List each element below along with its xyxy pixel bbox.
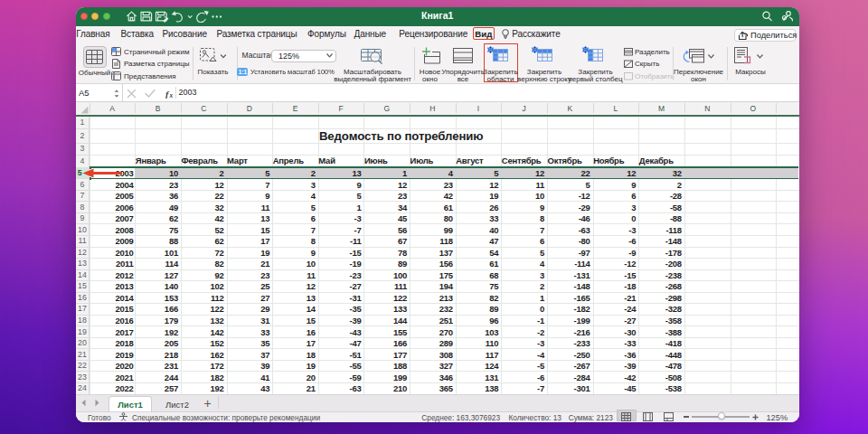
svg-text:x: x: [169, 91, 174, 99]
